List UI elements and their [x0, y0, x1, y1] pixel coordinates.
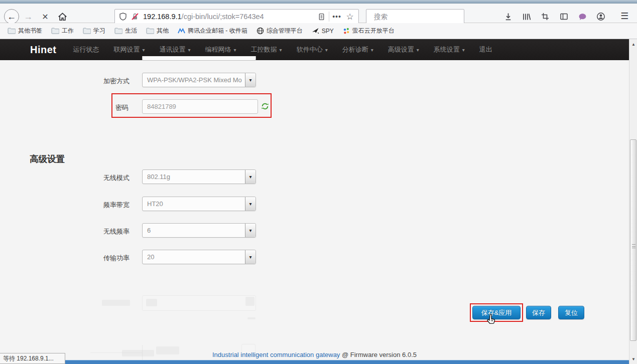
nav-item-programming-network[interactable]: 编程网络▾: [205, 45, 236, 54]
nav-label: 系统设置: [434, 45, 460, 54]
nav-item-network-setup[interactable]: 联网设置▾: [114, 45, 145, 54]
nav-label: 运行状态: [73, 45, 99, 54]
nav-label: 高级设置: [388, 45, 414, 54]
star-icon: ☆: [346, 12, 353, 22]
footer-blue-bar: [0, 360, 629, 364]
bookmark-folder-work[interactable]: 工作: [48, 25, 77, 37]
download-icon: [504, 13, 513, 21]
scroll-down-icon: ▼: [631, 357, 635, 361]
nav-item-diagnostics[interactable]: 分析诊断▾: [342, 45, 373, 54]
menu-button[interactable]: ☰: [618, 10, 631, 23]
account-button[interactable]: [595, 11, 607, 23]
nav-item-comm-setup[interactable]: 通讯设置▾: [160, 45, 191, 54]
home-button[interactable]: [56, 11, 68, 23]
overflow-icon: •••: [332, 13, 341, 21]
save-button[interactable]: 保存: [526, 306, 551, 319]
chat-bubble-icon: [578, 13, 587, 21]
channel-select[interactable]: 6 ▾: [142, 223, 256, 238]
wireless-mode-select[interactable]: 802.11g ▾: [142, 169, 256, 184]
bookmark-label: 综合管理平台: [267, 27, 303, 35]
wireless-mode-value: 802.11g: [143, 173, 245, 180]
nav-label: 通讯设置: [160, 45, 186, 54]
insecure-lock-icon[interactable]: [131, 13, 139, 21]
page-actions-button[interactable]: •••: [330, 10, 343, 23]
select-arrow-button[interactable]: ▾: [245, 250, 256, 264]
bookmark-management-platform[interactable]: 综合管理平台: [253, 25, 306, 37]
bookmark-star-button[interactable]: ☆: [343, 10, 356, 23]
bookmark-spy[interactable]: SPY: [308, 26, 337, 36]
window-title-strip: [0, 0, 637, 4]
screenshot-button[interactable]: [539, 11, 551, 23]
encryption-select[interactable]: WPA-PSK/WPA2-PSK Mixed Mo ▾: [142, 73, 256, 87]
status-tooltip: 等待 192.168.9.1...: [0, 353, 65, 364]
chevron-down-icon: ▾: [249, 254, 251, 260]
ghost-field: [142, 295, 256, 311]
chevron-down-icon: ▾: [462, 47, 465, 53]
select-arrow-button[interactable]: ▾: [245, 170, 256, 184]
nav-item-system-settings[interactable]: 系统设置▾: [434, 45, 465, 54]
search-bar[interactable]: [366, 9, 464, 24]
tx-power-value: 20: [143, 253, 245, 261]
url-bar[interactable]: 192.168.9.1/cgi-bin/luci/;stok=7643e4 ••…: [114, 9, 359, 24]
mouse-cursor-hand: [485, 313, 497, 325]
scrollbar-grip: [632, 244, 635, 248]
url-fade: [286, 10, 299, 23]
bookmark-ezviz-platform[interactable]: 萤石云开放平台: [339, 25, 398, 37]
bookmark-folder-others-tags[interactable]: 其他书签: [4, 25, 46, 37]
tx-power-label: 传输功率: [69, 254, 130, 263]
stop-button[interactable]: ✕: [39, 11, 51, 23]
bookmark-label: 生活: [125, 27, 137, 35]
ghost-label: [102, 300, 130, 306]
bandwidth-select[interactable]: HT20 ▾: [142, 197, 256, 211]
gateway-link[interactable]: Industrial intelligent communication gat…: [212, 351, 340, 358]
downloads-button[interactable]: [502, 11, 514, 23]
bookmark-tencent-mail[interactable]: 腾讯企业邮箱 - 收件箱: [174, 25, 251, 37]
bookmark-label: 其他: [157, 27, 169, 35]
forward-icon: →: [24, 12, 33, 22]
select-arrow-button[interactable]: ▾: [245, 73, 256, 87]
scrollbar-thumb[interactable]: [630, 139, 636, 341]
nav-item-advanced-settings[interactable]: 高级设置▾: [388, 45, 419, 54]
library-button[interactable]: [521, 11, 533, 23]
chevron-down-icon: ▾: [371, 47, 373, 53]
tx-power-select[interactable]: 20 ▾: [142, 250, 256, 264]
encryption-label: 加密方式: [69, 77, 130, 86]
select-arrow-button[interactable]: ▾: [245, 224, 256, 237]
bookmark-folder-life[interactable]: 生活: [111, 25, 141, 37]
brand-logo[interactable]: Hinet: [30, 44, 57, 56]
browser-window: ← → ✕ 192.168.9.1/cgi-bin/luci/;stok=764…: [0, 0, 637, 364]
bookmark-folder-misc[interactable]: 其他: [143, 25, 172, 37]
generate-password-button[interactable]: [261, 102, 269, 112]
nav-item-industrial-data[interactable]: 工控数据▾: [251, 45, 282, 54]
folder-icon: [146, 28, 154, 34]
reset-label: 复位: [565, 308, 578, 317]
password-input[interactable]: [142, 99, 258, 114]
search-input[interactable]: [374, 13, 463, 21]
tracking-shield-icon[interactable]: [119, 13, 127, 21]
reset-button[interactable]: 复位: [558, 306, 584, 319]
chevron-down-icon: ▾: [234, 47, 236, 53]
scroll-up-button[interactable]: ▲: [629, 40, 637, 48]
chevron-down-icon: ▾: [249, 228, 251, 233]
folder-icon: [114, 28, 122, 34]
sidebar-button[interactable]: [558, 11, 570, 23]
forward-button[interactable]: →: [22, 11, 34, 23]
plane-icon: [312, 28, 319, 34]
hamburger-icon: ☰: [620, 11, 628, 22]
nav-item-software-center[interactable]: 软件中心▾: [297, 45, 328, 54]
ghost-text: [146, 299, 157, 306]
nav-item-logout[interactable]: 退出: [479, 45, 492, 54]
select-arrow-button[interactable]: ▾: [245, 197, 256, 211]
bookmarks-bar: 其他书签 工作 学习 生活 其他 腾讯企业邮箱 - 收件箱: [0, 23, 637, 39]
bookmark-folder-study[interactable]: 学习: [79, 25, 109, 37]
ghost-arrow: [245, 297, 254, 306]
urlbar-separator: [329, 12, 329, 22]
scroll-down-button[interactable]: ▼: [629, 355, 637, 363]
back-button[interactable]: ←: [4, 9, 19, 24]
reader-mode-button[interactable]: [315, 10, 328, 23]
chevron-down-icon: ▾: [417, 47, 419, 53]
messages-button[interactable]: [576, 11, 588, 23]
nav-item-status[interactable]: 运行状态: [73, 45, 99, 54]
page-footer: Industrial intelligent communication gat…: [0, 351, 629, 358]
vertical-scrollbar[interactable]: ▲ ▼: [629, 39, 637, 364]
